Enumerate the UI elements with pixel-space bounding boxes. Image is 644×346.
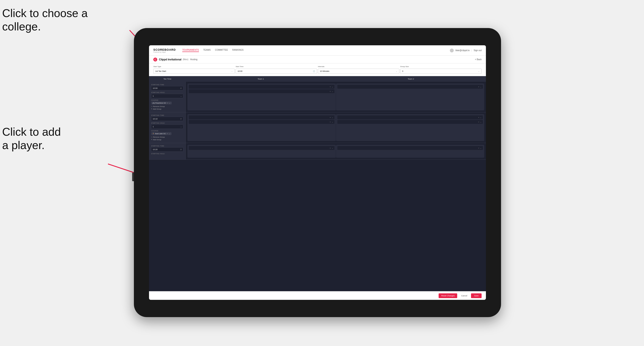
- nav-rankings[interactable]: RANKINGS: [232, 49, 244, 52]
- start-type-input[interactable]: 1st Tee Start ⌄: [153, 69, 235, 74]
- annotation-add-player: Click to add a player.: [2, 125, 61, 152]
- add-group-1-button[interactable]: + Add Group: [151, 108, 183, 110]
- starting-hole-label-1: STARTING HOLE:: [151, 92, 183, 93]
- top-nav: SCOREBOARD Powered by clippd TOURNAMENTS…: [149, 45, 486, 56]
- player-actions-2-t2-1: × ⌄: [478, 117, 482, 118]
- team1-section-3: × ⌄: [188, 145, 336, 158]
- starting-hole-input-1[interactable]: 1 ⌄: [151, 94, 183, 98]
- add-icon-1: +: [151, 108, 152, 110]
- sign-out-link[interactable]: Sign out: [474, 49, 482, 52]
- group-row-2: STARTING TIME: 10:10 ⏱ STARTING HOLE: 1 …: [149, 112, 486, 143]
- player-more-3t1[interactable]: ⌄: [332, 147, 333, 149]
- player-x-icon-2t2b[interactable]: ×: [478, 121, 479, 123]
- player-x-icon-2t1[interactable]: ×: [330, 117, 331, 118]
- team1-section-1: × ⌄ × ⌄: [188, 83, 336, 110]
- group-size-label: Group Size: [400, 66, 482, 67]
- course-row-2: 🏌 East Lake GC × ⌄: [151, 132, 183, 135]
- remove-course-1-button[interactable]: ×: [167, 102, 168, 104]
- player-x-icon-2t2[interactable]: ×: [478, 117, 479, 118]
- player-more-2t1b[interactable]: ⌄: [332, 121, 333, 123]
- player-row-2-t2-2: × ⌄: [337, 120, 483, 124]
- nav-teams[interactable]: TEAMS: [203, 49, 210, 52]
- player-more-2t2[interactable]: ⌄: [480, 117, 482, 118]
- player-x-icon-t2[interactable]: ×: [478, 86, 479, 88]
- player-actions-3-t2-1: × ⌄: [478, 147, 482, 149]
- intervals-input[interactable]: 10 Minutes ⌄: [318, 69, 399, 74]
- starting-time-input-3[interactable]: 10:20 ⏱: [151, 147, 183, 152]
- player-row-1-t2-1: × ⌄: [337, 85, 483, 89]
- player-x-icon-2t1b[interactable]: ×: [330, 121, 331, 123]
- player-row-2-t2-1: × ⌄: [337, 115, 483, 119]
- schedule-content[interactable]: STARTING TIME: 10:00 ⏱ STARTING HOLE: 1 …: [149, 82, 486, 291]
- hosting-label: Hosting: [190, 58, 475, 61]
- user-email: blair@clippd.io: [456, 49, 470, 52]
- table-header: Tee Time Team 1 Team 2: [149, 76, 486, 82]
- cancel-button[interactable]: Cancel: [459, 293, 469, 298]
- nav-committee[interactable]: COMMITTEE: [215, 49, 228, 52]
- brand-title: SCOREBOARD: [153, 48, 176, 51]
- save-button[interactable]: Save: [471, 293, 482, 298]
- player-more-2t2b[interactable]: ⌄: [480, 121, 482, 123]
- start-time-label: Start Time: [236, 66, 317, 67]
- starting-hole-label-2: STARTING HOLE:: [151, 122, 183, 124]
- course-tag-1: (A) Peachtree GC × ⌄: [151, 102, 172, 104]
- side-button: [132, 173, 134, 181]
- player-row-1-t1-2: × ⌄: [189, 89, 334, 93]
- teams-col-2: × ⌄ × ⌄: [186, 112, 486, 143]
- nav-user: blair@clippd.io | Sign out: [450, 48, 482, 52]
- player-more-icon-2[interactable]: ⌄: [332, 90, 333, 92]
- course-row-1: (A) Peachtree GC × ⌄: [151, 102, 183, 104]
- player-x-icon-3t2[interactable]: ×: [478, 147, 479, 149]
- starting-time-input-2[interactable]: 10:10 ⏱: [151, 117, 183, 121]
- player-actions-3-t1-1: × ⌄: [330, 147, 333, 149]
- player-more-icon[interactable]: ⌄: [332, 86, 333, 88]
- player-row-3-t1-1: × ⌄: [189, 146, 334, 150]
- player-more-2t1[interactable]: ⌄: [332, 117, 333, 118]
- starting-time-label-2: STARTING TIME:: [151, 115, 183, 116]
- player-more-icon-t2[interactable]: ⌄: [480, 86, 482, 88]
- add-group-2-button[interactable]: + Add Group: [151, 139, 183, 141]
- remove-icon-1: ○: [151, 105, 152, 107]
- starting-time-label-3: STARTING TIME:: [151, 145, 183, 147]
- back-button[interactable]: < Back: [475, 58, 482, 61]
- course-label-2: COURSE:: [151, 130, 183, 132]
- col-team2: Team 2: [336, 76, 486, 82]
- start-time-input[interactable]: 10:00 🕙: [236, 69, 317, 74]
- course-more-icon-1[interactable]: ⌄: [169, 102, 170, 104]
- course-label-1: COURSE:: [151, 99, 183, 101]
- reset-changes-button[interactable]: Reset Changes: [438, 293, 457, 298]
- intervals-label: Intervals: [318, 66, 399, 67]
- group-row-3: STARTING TIME: 10:20 ⏱ STARTING HOLE: ×: [149, 143, 486, 160]
- starting-time-label-1: STARTING TIME:: [151, 84, 183, 85]
- settings-labels: Start Type Start Time Intervals Group Si…: [153, 66, 482, 67]
- time-icon-2: ⏱: [180, 118, 182, 120]
- course-more-icon-2[interactable]: ⌄: [169, 133, 170, 135]
- course-tag-2: 🏌 East Lake GC × ⌄: [151, 132, 172, 135]
- annotation-choose-college: Click to choose a college.: [2, 6, 88, 33]
- player-x-icon-2[interactable]: ×: [330, 90, 331, 92]
- settings-bar: Start Type Start Time Intervals Group Si…: [149, 63, 486, 76]
- group-size-input[interactable]: 3 ⌄: [400, 69, 482, 74]
- event-badge: (Men): [183, 58, 188, 61]
- start-type-label: Start Type: [153, 66, 235, 67]
- player-x-icon[interactable]: ×: [330, 86, 331, 88]
- starting-time-input-1[interactable]: 10:00 ⏱: [151, 86, 183, 90]
- player-actions-2-t1-1: × ⌄: [330, 117, 333, 118]
- player-more-3t2[interactable]: ⌄: [480, 147, 482, 149]
- tee-col-2: STARTING TIME: 10:10 ⏱ STARTING HOLE: 1 …: [149, 112, 186, 143]
- player-row-2-t1-2: × ⌄: [189, 120, 334, 124]
- remove-icon-2: ○: [151, 136, 152, 138]
- nav-tournaments[interactable]: TOURNAMENTS: [182, 49, 199, 52]
- dropdown-arrow-icon: ⌄: [231, 70, 233, 72]
- tee-col-1: STARTING TIME: 10:00 ⏱ STARTING HOLE: 1 …: [149, 82, 186, 112]
- teams-col-1: × ⌄ × ⌄: [186, 82, 486, 112]
- player-actions-2-t2-2: × ⌄: [478, 121, 482, 123]
- tee-col-3: STARTING TIME: 10:20 ⏱ STARTING HOLE:: [149, 143, 186, 160]
- remove-course-2-button[interactable]: ×: [167, 133, 168, 135]
- remove-group-2-button[interactable]: ○ Remove Group: [151, 136, 183, 138]
- player-x-icon-3t1[interactable]: ×: [330, 147, 331, 149]
- remove-group-1-button[interactable]: ○ Remove Group: [151, 105, 183, 107]
- brand-subtitle: Powered by clippd: [153, 51, 176, 53]
- team2-section-3: × ⌄: [336, 145, 484, 158]
- starting-hole-input-2[interactable]: 1 ⌄: [151, 125, 183, 129]
